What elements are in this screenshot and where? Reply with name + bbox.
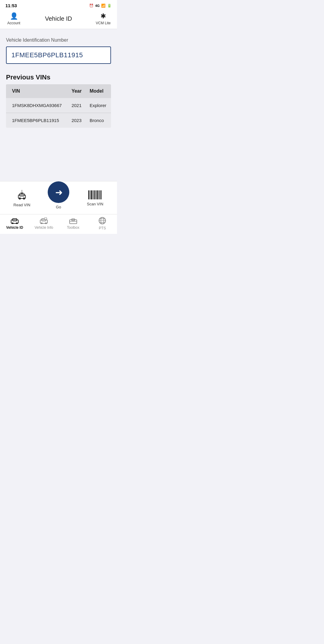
battery-icon: 🔋: [107, 4, 112, 8]
page-title: Vehicle ID: [45, 15, 72, 22]
col-header-model: Model: [86, 84, 111, 98]
prev-vins-title: Previous VINs: [6, 73, 111, 81]
vehicle-id-tab-icon: [10, 217, 19, 224]
vin-field-label: Vehicle Identification Number: [6, 37, 111, 43]
table-row[interactable]: 1FMEE5BP6PLB11915 2023 Bronco: [6, 113, 111, 128]
read-vin-label: Read VIN: [14, 203, 30, 207]
model-cell: Explorer: [86, 98, 111, 113]
svg-rect-5: [88, 190, 89, 199]
status-bar: 11:53 ⏰ 4G 📶 🔋: [0, 0, 117, 10]
svg-rect-12: [98, 190, 99, 199]
vin-input-wrapper[interactable]: [6, 46, 111, 64]
svg-rect-8: [93, 190, 93, 199]
action-bar: Read VIN ➜ Go Scan VIN: [0, 181, 117, 214]
svg-rect-11: [97, 190, 98, 199]
svg-rect-7: [91, 190, 92, 199]
year-cell: 2021: [68, 98, 86, 113]
svg-rect-10: [95, 190, 96, 199]
svg-rect-9: [94, 190, 95, 199]
go-button[interactable]: ➜: [48, 181, 69, 203]
tab-pts[interactable]: PTS: [92, 217, 113, 230]
alarm-icon: ⏰: [89, 4, 94, 8]
model-cell: Bronco: [86, 113, 111, 128]
status-time: 11:53: [5, 3, 17, 8]
barcode-icon: [88, 190, 102, 199]
vin-cell: 1FMEE5BP6PLB11915: [6, 113, 68, 128]
account-button[interactable]: 👤 Account: [5, 12, 23, 25]
tab-toolbox-label: Toolbox: [67, 225, 79, 230]
tab-bar: Vehicle ID i Vehicle Info Toolbox: [0, 214, 117, 234]
status-icons-right: ⏰ 4G 📶 🔋: [89, 4, 112, 8]
signal-icon: 📶: [101, 4, 106, 8]
vehicle-info-tab-icon: i: [40, 217, 48, 224]
tab-vehicle-id[interactable]: Vehicle ID: [4, 217, 25, 230]
toolbox-tab-icon: [69, 217, 77, 224]
main-content: Vehicle Identification Number Previous V…: [0, 29, 117, 181]
go-label: Go: [56, 205, 61, 209]
read-vin-button[interactable]: Read VIN: [10, 189, 34, 207]
tab-pts-label: PTS: [99, 226, 106, 230]
year-cell: 2023: [68, 113, 86, 128]
scan-vin-label: Scan VIN: [87, 202, 104, 206]
vcm-label: VCM Lite: [96, 21, 110, 25]
col-header-vin: VIN: [6, 84, 68, 98]
table-row[interactable]: 1FMSK8DHXMGA93667 2021 Explorer: [6, 98, 111, 113]
scan-vin-button[interactable]: Scan VIN: [83, 190, 107, 206]
tab-vehicle-info[interactable]: i Vehicle Info: [33, 217, 54, 230]
tab-vehicle-info-label: Vehicle Info: [34, 225, 53, 230]
tab-toolbox[interactable]: Toolbox: [63, 217, 84, 230]
svg-rect-6: [90, 190, 90, 199]
vin-input[interactable]: [11, 51, 106, 59]
read-vin-icon: [16, 189, 27, 200]
vcm-button[interactable]: ✱ VCM Lite: [94, 12, 112, 25]
go-arrow-icon: ➜: [55, 187, 63, 198]
vin-table: VIN Year Model 1FMSK8DHXMGA93667 2021 Ex…: [6, 84, 111, 128]
account-icon: 👤: [10, 12, 18, 20]
svg-rect-13: [100, 190, 100, 199]
svg-rect-14: [101, 190, 102, 199]
account-label: Account: [7, 21, 20, 25]
tab-vehicle-id-label: Vehicle ID: [6, 225, 23, 230]
pts-tab-icon: [98, 217, 106, 225]
network-icon: 4G: [95, 4, 100, 7]
bluetooth-icon: ✱: [100, 12, 106, 20]
col-header-year: Year: [68, 84, 86, 98]
vin-cell: 1FMSK8DHXMGA93667: [6, 98, 68, 113]
app-header: 👤 Account Vehicle ID ✱ VCM Lite: [0, 10, 117, 29]
